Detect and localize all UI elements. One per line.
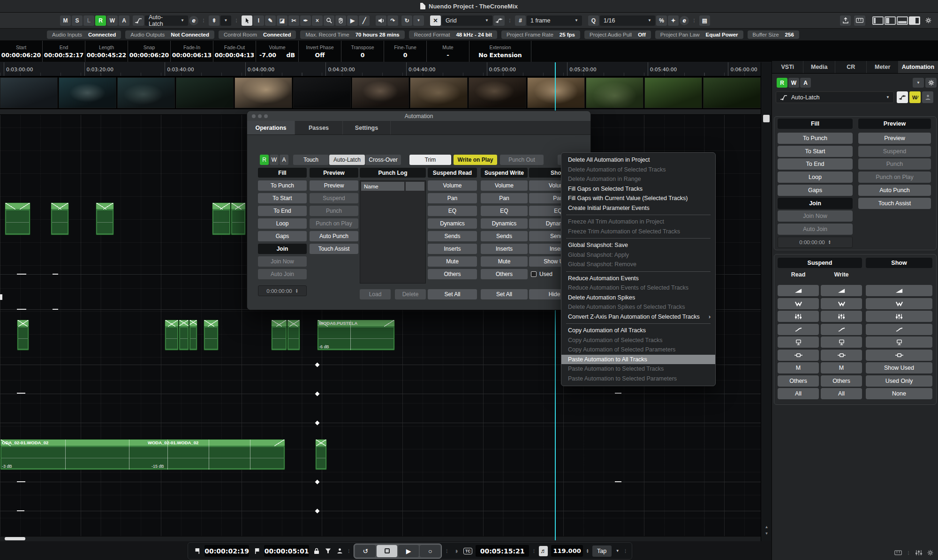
rz-join-button[interactable]: Join <box>778 198 853 209</box>
rz-suspend-write-sends-button[interactable] <box>821 336 862 348</box>
time-stepper[interactable]: ▲▼ <box>295 289 298 293</box>
preview-suspend-button[interactable]: Suspend <box>310 193 358 203</box>
right-zone-tab-automation[interactable]: Automation <box>899 61 938 73</box>
snap-type-select[interactable]: Grid▼ <box>442 15 492 26</box>
tempo-value[interactable]: 119.000 <box>551 545 582 557</box>
punch-out-button[interactable]: Punch Out <box>500 155 544 165</box>
audio-clip[interactable] <box>51 202 69 235</box>
automation-tab-passes[interactable]: Passes <box>295 121 343 134</box>
cycle-button[interactable]: ↺ <box>355 545 376 557</box>
right-zone-toggle[interactable] <box>909 16 920 25</box>
rz-suspend-read-mute-button[interactable]: M <box>778 362 819 373</box>
suspend-read-others-button[interactable]: Others <box>428 269 477 279</box>
vertical-scrollbar[interactable]: ▲ ▼ <box>761 62 772 541</box>
track-state-a-button[interactable]: A <box>119 15 129 26</box>
audio-clip[interactable] <box>204 320 219 351</box>
audio-clip[interactable] <box>189 320 197 351</box>
preview-preview-button[interactable]: Preview <box>310 180 358 191</box>
rz-suspend-read-others-button[interactable]: Others <box>778 375 819 387</box>
lower-zone-toggle[interactable] <box>897 16 908 25</box>
menu-item[interactable]: Copy Automation of All Tracks <box>561 326 715 336</box>
info-field-transpose[interactable]: Transpose0 <box>341 41 384 62</box>
status-item[interactable]: Record Format48 kHz - 24 bit <box>409 30 497 39</box>
menu-item[interactable]: Global Snapshot: Remove <box>561 260 715 269</box>
rz-suspend-write-eq-button[interactable] <box>821 311 862 322</box>
jog-wheel-icon[interactable]: ◑ <box>452 546 460 556</box>
video-thumbnail[interactable] <box>117 77 175 108</box>
rz-suspend-read-pan-button[interactable] <box>778 298 819 309</box>
automation-window-titlebar[interactable]: Automation <box>247 111 590 121</box>
write-on-play-button[interactable]: Write on Play <box>454 155 497 165</box>
rz-menu-caret[interactable]: ▼ <box>913 78 924 88</box>
rz-none-button[interactable]: None <box>866 388 932 399</box>
punch-log-load-button[interactable]: Load <box>360 289 391 299</box>
suspend-read-mute-button[interactable]: Mute <box>428 256 477 267</box>
menu-item[interactable]: Freeze Trim Automation of Selected Track… <box>561 227 715 237</box>
menu-item[interactable]: Freeze All Trim Automation in Project <box>561 217 715 227</box>
rz-write-all-button[interactable]: W <box>788 78 799 88</box>
status-item[interactable]: Project Frame Rate25 fps <box>501 30 580 39</box>
info-field-snap[interactable]: Snap00:00:06:20 <box>128 41 171 62</box>
lock-punch-icon[interactable] <box>312 546 321 556</box>
video-thumbnail[interactable] <box>703 77 761 108</box>
rz-settings-gear-icon[interactable] <box>925 78 937 88</box>
right-zone-tab-vsti[interactable]: VSTi <box>772 61 803 73</box>
align-icon[interactable]: ▤ <box>699 15 710 26</box>
play-button[interactable]: ▶ <box>398 545 419 557</box>
quantize-q-icon[interactable]: Q <box>588 15 599 26</box>
rz-fill-loop-button[interactable]: Loop <box>778 172 853 183</box>
audiowarp-quantize-icon[interactable]: ✦ <box>668 15 679 26</box>
video-thumbnail[interactable] <box>352 77 409 108</box>
video-thumbnail[interactable] <box>527 77 585 108</box>
rz-preview-punch-on-play-button[interactable]: Punch on Play <box>858 172 931 183</box>
menu-item[interactable]: Convert Z-Axis Pan Automation of Selecte… <box>561 312 715 322</box>
menu-item[interactable]: Global Snapshot: Apply <box>561 250 715 260</box>
suspend-write-mute-button[interactable]: Mute <box>481 256 528 267</box>
left-locator-icon[interactable] <box>193 546 201 556</box>
rz-suspend-read-all-button[interactable]: All <box>778 388 819 399</box>
rz-suspend-write-all-button[interactable]: All <box>821 388 862 399</box>
video-thumbnail[interactable] <box>410 77 468 108</box>
info-field-volume[interactable]: Volume-7.00dB <box>256 41 299 62</box>
punch-user-icon[interactable] <box>335 546 344 556</box>
loop-icon[interactable]: ↻ <box>401 15 412 26</box>
left-zone-toggle[interactable] <box>872 16 884 25</box>
video-thumbnail[interactable] <box>469 77 526 108</box>
rz-preview-preview-button[interactable]: Preview <box>858 133 931 144</box>
write-all-button[interactable]: W <box>270 155 279 165</box>
record-button[interactable]: ○ <box>420 545 440 557</box>
rz-fill-to-start-button[interactable]: To Start <box>778 146 853 157</box>
menu-item[interactable]: Create Initial Parameter Events <box>561 203 715 213</box>
left-zone-alt-toggle[interactable] <box>885 16 896 25</box>
rz-join-now-button[interactable]: Join Now <box>778 210 853 222</box>
automation-point[interactable] <box>315 509 320 514</box>
preview-punch-button[interactable]: Punch <box>310 206 358 216</box>
info-field-fade-in[interactable]: Fade-In00:00:06:13 <box>171 41 213 62</box>
rz-suspend-write-pan-button[interactable] <box>821 298 862 309</box>
audio-clip[interactable] <box>5 202 30 235</box>
zoom-out-arrow-icon[interactable]: ▼ <box>761 531 772 536</box>
rz-punch-user-icon[interactable] <box>922 91 933 103</box>
suspend-write-pan-button[interactable]: Pan <box>481 193 528 203</box>
audio-clip[interactable] <box>179 320 189 351</box>
automation-mode-icon[interactable] <box>133 15 144 26</box>
vertical-scroll-thumb[interactable] <box>763 115 770 122</box>
menu-item[interactable]: Copy Automation of Selected Parameters <box>561 345 715 355</box>
zoom-in-arrow-icon[interactable]: ▲ <box>761 525 772 529</box>
auto-join-button[interactable]: Auto Join <box>258 269 307 279</box>
rz-suspend-read-inserts-button[interactable] <box>778 350 819 361</box>
audio-clip[interactable] <box>271 320 287 351</box>
info-field-fade-out[interactable]: Fade-Out00:00:04:13 <box>213 41 256 62</box>
timecode-format-icon[interactable]: TC <box>463 546 472 556</box>
right-zone-tab-meter[interactable]: Meter <box>867 61 898 73</box>
track-state-r-button[interactable]: R <box>95 15 106 26</box>
mode-auto-latch-button[interactable]: Auto-Latch <box>329 155 365 165</box>
mode-cross-over-button[interactable]: Cross-Over <box>365 155 401 165</box>
suspend-write-set-all-button[interactable]: Set All <box>481 289 528 299</box>
rz-suspend-read-dynamics-button[interactable] <box>778 324 819 335</box>
tempo-track-icon[interactable]: ♬ <box>539 546 548 556</box>
status-item[interactable]: Project Pan LawEqual Power <box>655 30 743 39</box>
status-item[interactable]: Max. Record Time70 hours 28 mins <box>300 30 404 39</box>
automation-settings-icon[interactable]: e <box>189 16 198 25</box>
audio-clip[interactable]: WODA0.PUSTELA-6 dB <box>317 320 395 351</box>
